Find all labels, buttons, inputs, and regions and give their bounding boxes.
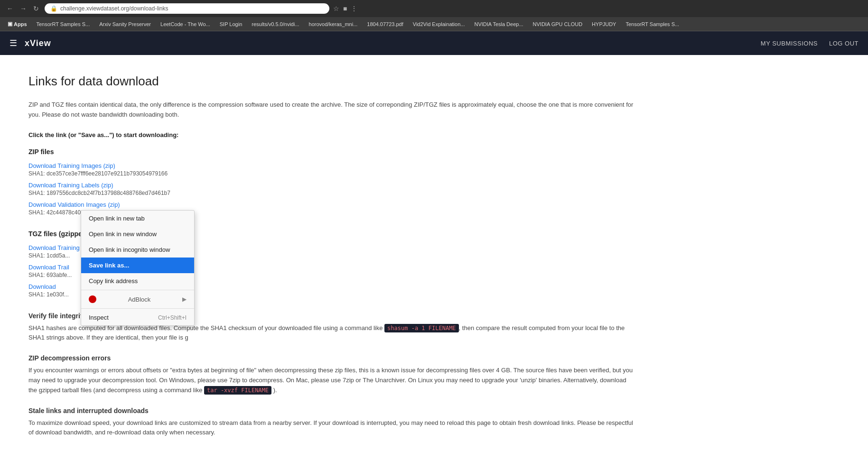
star-icon[interactable]: ☆ <box>333 5 339 12</box>
bookmark-vid2vid[interactable]: Vid2Vid Explaination... <box>409 20 469 28</box>
browser-chrome: ← → ↻ 🔒 challenge.xviewdataset.org/downl… <box>0 0 868 17</box>
adblock-icon <box>89 295 96 303</box>
bookmark-results[interactable]: results/v0.5.0/nvidi... <box>248 20 303 28</box>
download-link-validation-images-zip[interactable]: Download Validation Images (zip) <box>28 201 120 208</box>
apps-icon: ▣ <box>8 21 12 27</box>
stale-title: Stale links and interrupted downloads <box>28 407 636 414</box>
shasum-command: shasum -a 1 FILENAME <box>384 324 459 332</box>
context-menu-open-new-window[interactable]: Open link in new window <box>81 226 194 242</box>
context-menu-adblock-label: AdBlock <box>128 296 151 303</box>
browser-controls[interactable]: ← → ↻ <box>5 4 41 13</box>
site-header-right: MY SUBMISSIONS LOG OUT <box>761 40 859 47</box>
zip-decomp-text: If you encounter warnings or errors abou… <box>28 366 636 395</box>
context-menu-save-link-as[interactable]: Save link as... <box>81 258 194 273</box>
bookmark-hypjudy[interactable]: HYPJUDY <box>588 20 620 28</box>
address-bar[interactable]: 🔒 challenge.xviewdataset.org/download-li… <box>45 3 329 14</box>
zip-decomp-section: ZIP decompression errors If you encounte… <box>28 354 636 395</box>
extensions-icon[interactable]: ■ <box>343 5 347 12</box>
bookmark-nvidia-gpu[interactable]: NVIDIA GPU CLOUD <box>529 20 587 28</box>
hamburger-menu[interactable]: ☰ <box>9 38 17 48</box>
bookmark-tensorrt-1[interactable]: TensorRT Samples S... <box>33 20 94 28</box>
site-logo: xView <box>25 38 51 48</box>
sha1-training-labels-zip: SHA1: 1897556cdc8cb24f7b137988c488768ed7… <box>28 190 636 196</box>
sha1-training-images-zip: SHA1: dce357ce3e7fff6ee28107e9211b793054… <box>28 170 636 177</box>
context-menu-open-new-tab-label: Open link in new tab <box>89 215 145 222</box>
zip-section-title: ZIP files <box>28 148 636 156</box>
bookmark-horovod[interactable]: horovod/keras_mni... <box>305 20 362 28</box>
bookmark-tensorrt-2[interactable]: TensorRT Samples S... <box>622 20 683 28</box>
browser-right-icons: ☆ ■ ⋮ <box>333 5 357 12</box>
zip-files-section: ZIP files Download Training Images (zip)… <box>28 148 636 216</box>
bookmark-sip[interactable]: SIP Login <box>216 20 246 28</box>
context-menu-divider-2 <box>81 308 194 309</box>
site-header-left: ☰ xView <box>9 38 51 48</box>
menu-icon[interactable]: ⋮ <box>351 5 357 12</box>
download-link-training-images-zip[interactable]: Download Training Images (zip) <box>28 162 115 169</box>
context-menu-copy-link[interactable]: Copy link address <box>81 273 194 289</box>
reload-button[interactable]: ↻ <box>31 4 41 13</box>
download-item-training-labels-zip: Download Training Labels (zip) SHA1: 189… <box>28 182 636 196</box>
download-link-validation-tgz[interactable]: Download <box>28 283 56 290</box>
url-text: challenge.xviewdataset.org/download-link… <box>60 5 168 12</box>
bookmark-apps[interactable]: ▣ Apps <box>4 19 31 28</box>
context-menu-divider-1 <box>81 290 194 290</box>
stale-section: Stale links and interrupted downloads To… <box>28 407 636 438</box>
bookmark-nvidia-tesla[interactable]: NVIDIA Tesla Deep... <box>470 20 527 28</box>
context-menu-open-incognito[interactable]: Open link in incognito window <box>81 242 194 258</box>
zip-decomp-title: ZIP decompression errors <box>28 354 636 362</box>
bookmarks-bar: ▣ Apps TensorRT Samples S... Arxiv Sanit… <box>0 17 868 31</box>
forward-button[interactable]: → <box>18 4 28 13</box>
instruction-text: Click the link (or "Save as...") to star… <box>28 131 636 138</box>
inspect-shortcut: Ctrl+Shift+I <box>158 314 187 321</box>
adblock-arrow: ▶ <box>182 296 187 303</box>
context-menu-open-new-tab[interactable]: Open link in new tab <box>81 211 194 226</box>
context-menu-open-new-window-label: Open link in new window <box>89 230 157 238</box>
context-menu-save-link-as-label: Save link as... <box>89 262 129 269</box>
bookmark-arxiv[interactable]: Arxiv Sanity Preserver <box>95 20 155 28</box>
download-link-training-labels-zip[interactable]: Download Training Labels (zip) <box>28 182 113 189</box>
context-menu: Open link in new tab Open link in new wi… <box>81 210 195 326</box>
intro-text: ZIP and TGZ files contain identical data… <box>28 100 636 120</box>
download-item-training-images-zip: Download Training Images (zip) SHA1: dce… <box>28 162 636 177</box>
context-menu-inspect[interactable]: Inspect Ctrl+Shift+I <box>81 310 194 325</box>
page-title: Links for data download <box>28 74 636 89</box>
lock-icon: 🔒 <box>50 5 57 12</box>
bookmark-pdf[interactable]: 1804.07723.pdf <box>363 20 407 28</box>
download-link-training-trail-tgz[interactable]: Download Trail <box>28 264 69 271</box>
context-menu-adblock[interactable]: AdBlock ▶ <box>81 291 194 307</box>
context-menu-copy-link-label: Copy link address <box>89 277 138 285</box>
verify-text: SHA1 hashes are computed for all downloa… <box>28 323 636 343</box>
stale-text: To maximize download speed, your downloa… <box>28 418 636 438</box>
back-button[interactable]: ← <box>5 4 15 13</box>
context-menu-open-incognito-label: Open link in incognito window <box>89 246 170 253</box>
site-header: ☰ xView MY SUBMISSIONS LOG OUT <box>0 31 868 55</box>
nav-my-submissions[interactable]: MY SUBMISSIONS <box>761 40 818 47</box>
verify-text-2: les. Compute the SHA1 checksum of your d… <box>162 324 384 331</box>
context-menu-inspect-label: Inspect <box>89 314 109 321</box>
tar-command: tar -xvzf FILENAME <box>204 386 271 395</box>
bookmark-leetcode[interactable]: LeetCode - The Wo... <box>157 20 214 28</box>
nav-log-out[interactable]: LOG OUT <box>829 40 859 47</box>
